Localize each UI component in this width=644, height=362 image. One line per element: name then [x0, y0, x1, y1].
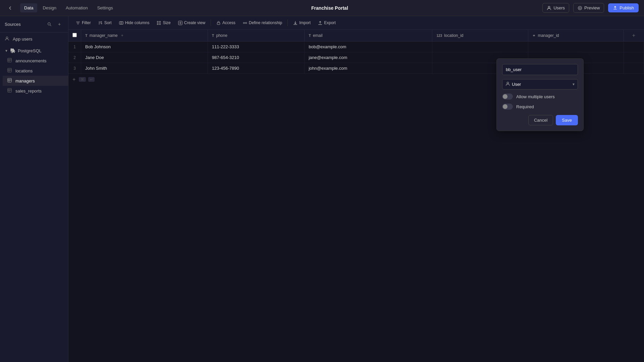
select-all-checkbox[interactable] — [72, 33, 77, 37]
tab-settings[interactable]: Settings — [93, 3, 117, 12]
add-col-inline[interactable]: + — [121, 33, 123, 38]
size-button[interactable]: Size — [153, 19, 174, 27]
sort-button[interactable]: Sort — [95, 19, 115, 27]
tab-data[interactable]: Data — [20, 3, 37, 12]
popup-actions: Cancel Save — [502, 115, 578, 125]
hide-columns-button[interactable]: Hide columns — [116, 19, 153, 27]
text-type-icon: T — [309, 34, 311, 38]
cell-location-id[interactable] — [432, 42, 528, 52]
cell-phone[interactable]: 987-654-3210 — [208, 52, 304, 63]
cancel-button[interactable]: Cancel — [528, 115, 553, 125]
sidebar-item-locations[interactable]: locations — [3, 66, 68, 76]
tab-automation[interactable]: Automation — [62, 3, 92, 12]
toolbar-separator-2 — [287, 19, 288, 26]
relation-type-icon: ⚭ — [532, 33, 536, 38]
cell-manager-name[interactable]: Jane Doe — [81, 52, 208, 63]
sidebar-postgresql-label: PostgreSQL — [18, 48, 42, 53]
nav-tabs: Data Design Automation Settings — [20, 3, 117, 12]
back-button[interactable] — [5, 3, 15, 13]
field-name-input[interactable] — [502, 64, 578, 75]
create-view-button[interactable]: Create view — [175, 19, 209, 27]
export-button[interactable]: Export — [315, 19, 339, 27]
row-number: 3 — [68, 63, 81, 74]
allow-multiple-row: Allow multiple users — [502, 94, 578, 100]
table-icon — [7, 68, 13, 73]
sidebar-search-button[interactable] — [45, 20, 53, 28]
required-toggle[interactable] — [502, 104, 513, 110]
main-layout: Sources + App users — [0, 16, 644, 362]
table-icon — [7, 78, 13, 83]
allow-multiple-label: Allow multiple users — [516, 94, 555, 99]
col-header-email[interactable]: T email — [305, 30, 432, 42]
sort-label: Sort — [104, 20, 112, 25]
create-view-label: Create view — [184, 20, 205, 25]
app-title: Franchise Portal — [120, 5, 540, 11]
required-label: Required — [516, 104, 534, 109]
cell-phone[interactable]: 111-222-3333 — [208, 42, 304, 52]
publish-label: Publish — [620, 5, 634, 10]
cell-manager-id[interactable] — [528, 42, 624, 52]
sidebar-app-users-section: App users — [0, 34, 68, 44]
sidebar-item-label: sales_reports — [15, 88, 42, 94]
users-label: Users — [553, 5, 565, 10]
filter-button[interactable]: Filter — [72, 19, 94, 27]
cell-phone[interactable]: 123-456-7890 — [208, 63, 304, 74]
sidebar-item-label: announcements — [15, 58, 47, 63]
hide-columns-label: Hide columns — [125, 20, 150, 25]
top-nav: Data Design Automation Settings Franchis… — [0, 0, 644, 16]
svg-rect-14 — [8, 78, 11, 82]
row-number: 1 — [68, 42, 81, 52]
svg-point-5 — [6, 37, 8, 39]
col-header-manager-name[interactable]: T manager_name + — [81, 30, 208, 42]
add-column-button[interactable]: + — [628, 33, 640, 39]
field-config-popup: User Text Number ▼ Allow multiple users — [496, 58, 584, 131]
top-right-actions: Users Preview Publish — [542, 3, 639, 13]
access-button[interactable]: Access — [213, 19, 239, 27]
svg-point-29 — [243, 22, 245, 23]
sidebar-item-label: managers — [15, 78, 35, 83]
sidebar-item-sales-reports[interactable]: sales_reports — [3, 86, 68, 96]
svg-line-4 — [50, 25, 51, 26]
allow-multiple-toggle[interactable] — [502, 94, 513, 100]
cell-email[interactable]: bob@example.com — [305, 42, 432, 52]
cell-email[interactable]: jane@example.com — [305, 52, 432, 63]
add-column-header[interactable]: + — [624, 30, 644, 42]
sidebar-item-label: App users — [13, 37, 33, 42]
type-select[interactable]: User Text Number — [502, 79, 578, 89]
table-header-row: T manager_name + T phone — [68, 30, 644, 42]
number-type-icon: 123 — [436, 34, 442, 38]
col-header-phone[interactable]: T phone — [208, 30, 304, 42]
cell-email[interactable]: john@example.com — [305, 63, 432, 74]
publish-button[interactable]: Publish — [608, 3, 639, 12]
sidebar-title: Sources — [5, 22, 21, 27]
sidebar-item-announcements[interactable]: announcements — [3, 56, 68, 66]
cell-manager-name[interactable]: Bob Johnson — [81, 42, 208, 52]
tab-design[interactable]: Design — [39, 3, 60, 12]
col-label: email — [313, 33, 323, 38]
col-header-manager-id[interactable]: ⚭ manager_id — [528, 30, 624, 42]
toolbar: Filter Sort Hide columns — [68, 16, 644, 30]
svg-rect-22 — [119, 21, 123, 24]
svg-point-2 — [579, 7, 581, 9]
svg-point-0 — [548, 6, 550, 8]
sidebar-postgresql-header[interactable]: ▼ 🐘 PostgreSQL — [0, 46, 68, 56]
access-label: Access — [222, 20, 235, 25]
table-row: 1 Bob Johnson 111-222-3333 bob@example.c… — [68, 42, 644, 52]
sidebar-item-app-users[interactable]: App users — [0, 34, 68, 44]
add-row-shortcuts: ⌘ ↵ — [79, 77, 95, 82]
cell-manager-name[interactable]: John Smith — [81, 63, 208, 74]
import-button[interactable]: Import — [290, 19, 314, 27]
svg-rect-6 — [8, 58, 11, 62]
sidebar-add-button[interactable]: + — [55, 20, 63, 28]
save-button[interactable]: Save — [556, 115, 578, 125]
text-type-icon: T — [212, 34, 214, 38]
sidebar-postgresql-section: ▼ 🐘 PostgreSQL announcements — [0, 46, 68, 96]
col-header-location-id[interactable]: 123 location_id — [432, 30, 528, 42]
sidebar-item-managers[interactable]: managers — [3, 76, 68, 86]
preview-button[interactable]: Preview — [573, 3, 604, 13]
users-button[interactable]: Users — [542, 3, 569, 13]
define-relationship-button[interactable]: Define relationship — [239, 19, 285, 27]
col-label: manager_name — [90, 33, 118, 38]
chevron-icon: ▼ — [5, 49, 8, 53]
svg-point-30 — [246, 22, 247, 23]
